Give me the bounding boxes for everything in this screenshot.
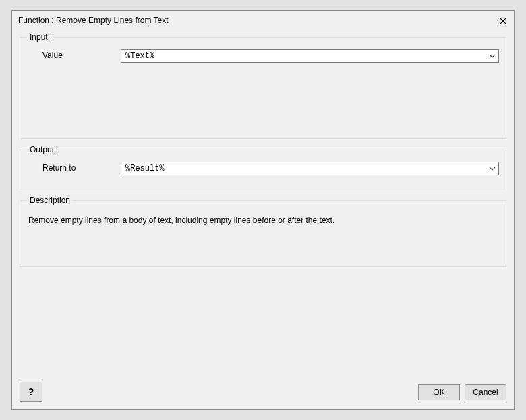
ok-button-label: OK xyxy=(433,388,444,397)
input-group: Input: Value %Text% xyxy=(20,37,506,139)
description-group: Description Remove empty lines from a bo… xyxy=(20,200,506,267)
dialog-title: Function : Remove Empty Lines from Text xyxy=(18,16,169,25)
value-combobox[interactable]: %Text% xyxy=(121,49,499,63)
function-dialog: Function : Remove Empty Lines from Text … xyxy=(11,10,515,410)
return-to-label: Return to xyxy=(42,163,76,173)
help-button-label: ? xyxy=(28,386,34,397)
return-to-combobox-text: %Result% xyxy=(121,164,486,173)
chevron-down-icon xyxy=(486,50,498,62)
chevron-down-icon xyxy=(486,162,498,175)
ok-button[interactable]: OK xyxy=(418,384,460,400)
value-combobox-text: %Text% xyxy=(121,51,486,61)
output-group-legend: Output: xyxy=(27,145,59,154)
titlebar: Function : Remove Empty Lines from Text xyxy=(12,11,514,31)
description-text: Remove empty lines from a body of text, … xyxy=(28,215,498,227)
cancel-button[interactable]: Cancel xyxy=(465,384,506,400)
description-group-legend: Description xyxy=(27,196,73,205)
return-to-combobox[interactable]: %Result% xyxy=(121,162,499,175)
close-icon xyxy=(499,17,507,25)
value-label: Value xyxy=(42,51,63,60)
help-button[interactable]: ? xyxy=(20,382,42,402)
output-group: Output: Return to %Result% xyxy=(20,150,506,189)
cancel-button-label: Cancel xyxy=(473,388,498,397)
close-button[interactable] xyxy=(497,15,509,27)
input-group-legend: Input: xyxy=(27,32,53,42)
